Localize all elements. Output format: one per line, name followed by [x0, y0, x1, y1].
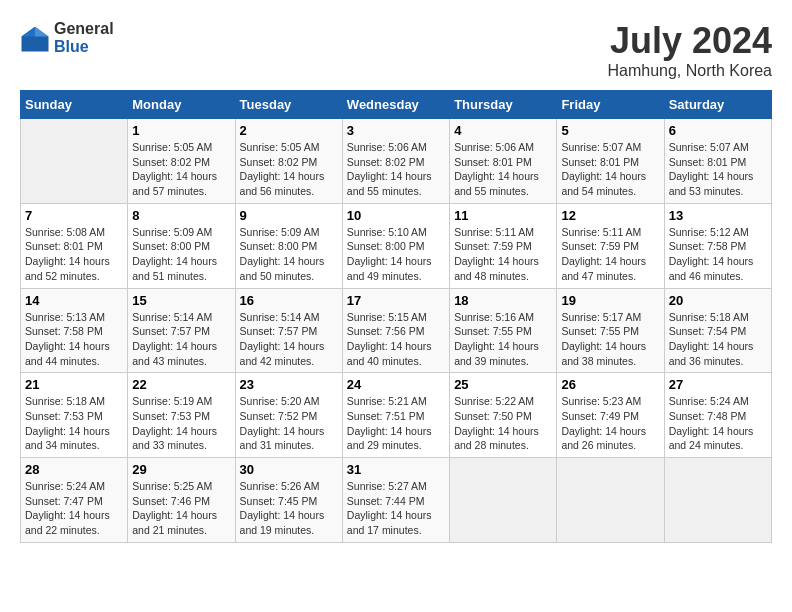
day-number: 14: [25, 293, 123, 308]
logo: General Blue: [20, 20, 114, 55]
calendar-cell: 15Sunrise: 5:14 AM Sunset: 7:57 PM Dayli…: [128, 288, 235, 373]
day-info: Sunrise: 5:11 AM Sunset: 7:59 PM Dayligh…: [454, 225, 552, 284]
calendar-cell: [21, 119, 128, 204]
calendar-cell: [450, 458, 557, 543]
day-info: Sunrise: 5:19 AM Sunset: 7:53 PM Dayligh…: [132, 394, 230, 453]
calendar-cell: 29Sunrise: 5:25 AM Sunset: 7:46 PM Dayli…: [128, 458, 235, 543]
day-info: Sunrise: 5:18 AM Sunset: 7:54 PM Dayligh…: [669, 310, 767, 369]
day-info: Sunrise: 5:20 AM Sunset: 7:52 PM Dayligh…: [240, 394, 338, 453]
calendar-cell: [664, 458, 771, 543]
day-number: 30: [240, 462, 338, 477]
logo-text: General Blue: [54, 20, 114, 55]
day-info: Sunrise: 5:14 AM Sunset: 7:57 PM Dayligh…: [132, 310, 230, 369]
calendar-cell: 13Sunrise: 5:12 AM Sunset: 7:58 PM Dayli…: [664, 203, 771, 288]
calendar-cell: 1Sunrise: 5:05 AM Sunset: 8:02 PM Daylig…: [128, 119, 235, 204]
day-number: 25: [454, 377, 552, 392]
logo-general: General: [54, 20, 114, 38]
day-number: 3: [347, 123, 445, 138]
calendar-cell: 8Sunrise: 5:09 AM Sunset: 8:00 PM Daylig…: [128, 203, 235, 288]
day-number: 11: [454, 208, 552, 223]
day-number: 29: [132, 462, 230, 477]
day-number: 28: [25, 462, 123, 477]
day-number: 10: [347, 208, 445, 223]
calendar-cell: 22Sunrise: 5:19 AM Sunset: 7:53 PM Dayli…: [128, 373, 235, 458]
day-number: 19: [561, 293, 659, 308]
calendar-cell: 9Sunrise: 5:09 AM Sunset: 8:00 PM Daylig…: [235, 203, 342, 288]
day-info: Sunrise: 5:07 AM Sunset: 8:01 PM Dayligh…: [561, 140, 659, 199]
day-number: 17: [347, 293, 445, 308]
day-info: Sunrise: 5:05 AM Sunset: 8:02 PM Dayligh…: [240, 140, 338, 199]
col-saturday: Saturday: [664, 91, 771, 119]
calendar-cell: 14Sunrise: 5:13 AM Sunset: 7:58 PM Dayli…: [21, 288, 128, 373]
day-number: 18: [454, 293, 552, 308]
calendar-cell: 11Sunrise: 5:11 AM Sunset: 7:59 PM Dayli…: [450, 203, 557, 288]
day-info: Sunrise: 5:06 AM Sunset: 8:01 PM Dayligh…: [454, 140, 552, 199]
day-info: Sunrise: 5:05 AM Sunset: 8:02 PM Dayligh…: [132, 140, 230, 199]
calendar-cell: 7Sunrise: 5:08 AM Sunset: 8:01 PM Daylig…: [21, 203, 128, 288]
day-info: Sunrise: 5:17 AM Sunset: 7:55 PM Dayligh…: [561, 310, 659, 369]
col-thursday: Thursday: [450, 91, 557, 119]
day-number: 27: [669, 377, 767, 392]
day-number: 5: [561, 123, 659, 138]
day-number: 9: [240, 208, 338, 223]
calendar-cell: 17Sunrise: 5:15 AM Sunset: 7:56 PM Dayli…: [342, 288, 449, 373]
calendar-cell: 20Sunrise: 5:18 AM Sunset: 7:54 PM Dayli…: [664, 288, 771, 373]
col-wednesday: Wednesday: [342, 91, 449, 119]
logo-blue: Blue: [54, 38, 114, 56]
calendar-cell: 12Sunrise: 5:11 AM Sunset: 7:59 PM Dayli…: [557, 203, 664, 288]
day-info: Sunrise: 5:23 AM Sunset: 7:49 PM Dayligh…: [561, 394, 659, 453]
calendar-cell: 5Sunrise: 5:07 AM Sunset: 8:01 PM Daylig…: [557, 119, 664, 204]
day-info: Sunrise: 5:16 AM Sunset: 7:55 PM Dayligh…: [454, 310, 552, 369]
day-number: 23: [240, 377, 338, 392]
day-number: 6: [669, 123, 767, 138]
day-info: Sunrise: 5:09 AM Sunset: 8:00 PM Dayligh…: [132, 225, 230, 284]
calendar-week-2: 7Sunrise: 5:08 AM Sunset: 8:01 PM Daylig…: [21, 203, 772, 288]
calendar-cell: 2Sunrise: 5:05 AM Sunset: 8:02 PM Daylig…: [235, 119, 342, 204]
day-info: Sunrise: 5:24 AM Sunset: 7:47 PM Dayligh…: [25, 479, 123, 538]
calendar-cell: 18Sunrise: 5:16 AM Sunset: 7:55 PM Dayli…: [450, 288, 557, 373]
day-number: 21: [25, 377, 123, 392]
title-area: July 2024 Hamhung, North Korea: [607, 20, 772, 80]
day-info: Sunrise: 5:26 AM Sunset: 7:45 PM Dayligh…: [240, 479, 338, 538]
header-row: Sunday Monday Tuesday Wednesday Thursday…: [21, 91, 772, 119]
calendar-cell: [557, 458, 664, 543]
day-number: 1: [132, 123, 230, 138]
day-info: Sunrise: 5:12 AM Sunset: 7:58 PM Dayligh…: [669, 225, 767, 284]
calendar-cell: 3Sunrise: 5:06 AM Sunset: 8:02 PM Daylig…: [342, 119, 449, 204]
calendar-body: 1Sunrise: 5:05 AM Sunset: 8:02 PM Daylig…: [21, 119, 772, 543]
calendar-cell: 6Sunrise: 5:07 AM Sunset: 8:01 PM Daylig…: [664, 119, 771, 204]
day-number: 26: [561, 377, 659, 392]
day-number: 16: [240, 293, 338, 308]
calendar-week-1: 1Sunrise: 5:05 AM Sunset: 8:02 PM Daylig…: [21, 119, 772, 204]
calendar-cell: 23Sunrise: 5:20 AM Sunset: 7:52 PM Dayli…: [235, 373, 342, 458]
calendar-week-5: 28Sunrise: 5:24 AM Sunset: 7:47 PM Dayli…: [21, 458, 772, 543]
logo-icon: [20, 23, 50, 53]
day-number: 12: [561, 208, 659, 223]
day-info: Sunrise: 5:15 AM Sunset: 7:56 PM Dayligh…: [347, 310, 445, 369]
calendar-cell: 27Sunrise: 5:24 AM Sunset: 7:48 PM Dayli…: [664, 373, 771, 458]
day-info: Sunrise: 5:22 AM Sunset: 7:50 PM Dayligh…: [454, 394, 552, 453]
calendar-cell: 19Sunrise: 5:17 AM Sunset: 7:55 PM Dayli…: [557, 288, 664, 373]
day-info: Sunrise: 5:09 AM Sunset: 8:00 PM Dayligh…: [240, 225, 338, 284]
calendar-cell: 28Sunrise: 5:24 AM Sunset: 7:47 PM Dayli…: [21, 458, 128, 543]
col-monday: Monday: [128, 91, 235, 119]
day-info: Sunrise: 5:25 AM Sunset: 7:46 PM Dayligh…: [132, 479, 230, 538]
day-number: 7: [25, 208, 123, 223]
day-number: 13: [669, 208, 767, 223]
col-sunday: Sunday: [21, 91, 128, 119]
calendar-cell: 10Sunrise: 5:10 AM Sunset: 8:00 PM Dayli…: [342, 203, 449, 288]
calendar-cell: 24Sunrise: 5:21 AM Sunset: 7:51 PM Dayli…: [342, 373, 449, 458]
day-number: 8: [132, 208, 230, 223]
calendar-week-4: 21Sunrise: 5:18 AM Sunset: 7:53 PM Dayli…: [21, 373, 772, 458]
day-info: Sunrise: 5:10 AM Sunset: 8:00 PM Dayligh…: [347, 225, 445, 284]
day-info: Sunrise: 5:27 AM Sunset: 7:44 PM Dayligh…: [347, 479, 445, 538]
day-info: Sunrise: 5:13 AM Sunset: 7:58 PM Dayligh…: [25, 310, 123, 369]
calendar-week-3: 14Sunrise: 5:13 AM Sunset: 7:58 PM Dayli…: [21, 288, 772, 373]
calendar-cell: 30Sunrise: 5:26 AM Sunset: 7:45 PM Dayli…: [235, 458, 342, 543]
day-info: Sunrise: 5:11 AM Sunset: 7:59 PM Dayligh…: [561, 225, 659, 284]
day-info: Sunrise: 5:07 AM Sunset: 8:01 PM Dayligh…: [669, 140, 767, 199]
day-number: 24: [347, 377, 445, 392]
calendar-cell: 31Sunrise: 5:27 AM Sunset: 7:44 PM Dayli…: [342, 458, 449, 543]
calendar-cell: 4Sunrise: 5:06 AM Sunset: 8:01 PM Daylig…: [450, 119, 557, 204]
day-number: 2: [240, 123, 338, 138]
